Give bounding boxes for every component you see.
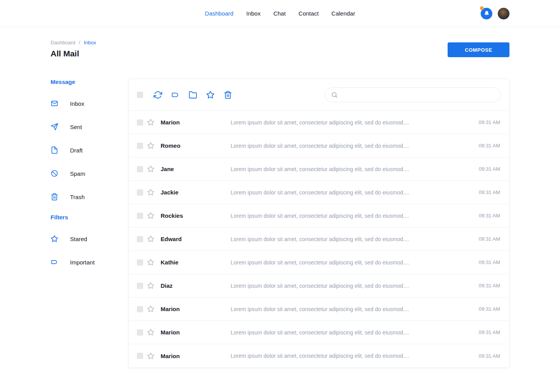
sender-name: Kathie: [161, 259, 231, 266]
sender-name: Marion: [161, 119, 231, 126]
sender-name: Marion: [161, 329, 231, 336]
nav-item-inbox[interactable]: Inbox: [246, 10, 261, 17]
sidebar-item-inbox[interactable]: Inbox: [51, 92, 128, 115]
envelope-icon: [51, 100, 58, 107]
star-icon[interactable]: [147, 282, 154, 289]
sidebar-item-label: Sent: [70, 124, 82, 130]
message-preview: Lorem ipsum dolor sit amet, consectetur …: [231, 329, 471, 336]
sender-name: Jane: [161, 166, 231, 172]
star-icon[interactable]: [147, 142, 154, 149]
trash-icon[interactable]: [224, 91, 232, 99]
mail-row[interactable]: RomeoLorem ipsum dolor sit amet, consect…: [129, 134, 509, 158]
message-time: 09:31 AM: [479, 329, 500, 335]
compose-button[interactable]: COMPOSE: [448, 42, 509, 57]
mail-row[interactable]: MarionLorem ipsum dolor sit amet, consec…: [129, 321, 509, 344]
sidebar-item-trash[interactable]: Trash: [51, 185, 128, 208]
nav-item-contact[interactable]: Contact: [299, 10, 319, 17]
row-checkbox[interactable]: [137, 119, 143, 126]
row-checkbox[interactable]: [137, 259, 143, 266]
star-icon: [51, 235, 58, 243]
row-checkbox[interactable]: [137, 353, 143, 359]
message-preview: Lorem ipsum dolor sit amet, consectetur …: [231, 119, 471, 126]
notification-badge: [480, 6, 484, 10]
star-icon[interactable]: [206, 91, 215, 99]
refresh-icon[interactable]: [154, 91, 162, 99]
nav-item-dashboard[interactable]: Dashboard: [205, 10, 233, 17]
folder-icon[interactable]: [189, 91, 197, 99]
search-input[interactable]: [341, 92, 495, 98]
mail-row[interactable]: JackieLorem ipsum dolor sit amet, consec…: [129, 181, 509, 204]
sidebar: MessageInboxSentDraftSpamTrashFiltersSta…: [51, 79, 128, 274]
message-time: 09:31 AM: [479, 166, 500, 172]
page-header: Dashboard / Inbox All Mail COMPOSE: [0, 27, 560, 58]
star-icon[interactable]: [147, 305, 154, 313]
message-preview: Lorem ipsum dolor sit amet, consectetur …: [231, 259, 471, 266]
star-icon[interactable]: [147, 352, 154, 360]
mail-row[interactable]: DiazLorem ipsum dolor sit amet, consecte…: [129, 274, 509, 298]
row-checkbox[interactable]: [137, 166, 143, 172]
mail-row[interactable]: KathieLorem ipsum dolor sit amet, consec…: [129, 251, 509, 274]
toolbar-icons: [154, 91, 232, 99]
nav-item-chat[interactable]: Chat: [273, 10, 286, 17]
sidebar-item-spam[interactable]: Spam: [51, 162, 128, 185]
send-icon: [51, 123, 58, 131]
star-icon[interactable]: [147, 212, 154, 219]
star-icon[interactable]: [147, 165, 154, 173]
star-icon[interactable]: [147, 259, 154, 266]
message-time: 09:31 AM: [479, 189, 500, 195]
sender-name: Romeo: [161, 142, 231, 149]
mail-row[interactable]: EdwardLorem ipsum dolor sit amet, consec…: [129, 228, 509, 251]
row-checkbox[interactable]: [137, 283, 143, 289]
mail-row[interactable]: RockiesLorem ipsum dolor sit amet, conse…: [129, 204, 509, 228]
page-title: All Mail: [51, 49, 96, 58]
sidebar-item-label: Inbox: [70, 100, 84, 107]
top-nav-bar: DashboardInboxChatContactCalendar: [0, 0, 560, 27]
message-time: 09:31 AM: [479, 353, 500, 359]
mail-row[interactable]: MarionLorem ipsum dolor sit amet, consec…: [129, 298, 509, 321]
breadcrumb-separator: /: [79, 40, 80, 46]
sidebar-item-important[interactable]: Important: [51, 250, 128, 274]
label-icon[interactable]: [171, 91, 180, 99]
sender-name: Marion: [161, 353, 231, 359]
sidebar-item-label: Draft: [70, 147, 83, 154]
star-icon[interactable]: [147, 119, 154, 126]
search-bar[interactable]: [325, 88, 501, 102]
breadcrumb-inbox[interactable]: Inbox: [84, 40, 96, 46]
row-checkbox[interactable]: [137, 329, 143, 336]
sender-name: Marion: [161, 306, 231, 312]
star-icon[interactable]: [147, 189, 154, 196]
message-time: 09:31 AM: [479, 283, 500, 289]
row-checkbox[interactable]: [137, 213, 143, 219]
message-preview: Lorem ipsum dolor sit amet, consectetur …: [231, 353, 471, 359]
page-header-left: Dashboard / Inbox All Mail: [51, 40, 96, 58]
row-checkbox[interactable]: [137, 143, 143, 149]
block-icon: [51, 170, 58, 177]
row-checkbox[interactable]: [137, 236, 143, 242]
user-avatar[interactable]: [498, 8, 509, 19]
sender-name: Edward: [161, 236, 231, 242]
document-icon: [51, 146, 58, 154]
star-icon[interactable]: [147, 329, 154, 336]
message-preview: Lorem ipsum dolor sit amet, consectetur …: [231, 213, 471, 219]
row-checkbox[interactable]: [137, 189, 143, 196]
nav-item-calendar[interactable]: Calendar: [331, 10, 355, 17]
row-checkbox[interactable]: [137, 306, 143, 312]
mail-row[interactable]: MarionLorem ipsum dolor sit amet, consec…: [129, 111, 509, 134]
sidebar-section-filters: FiltersStaredImportant: [51, 214, 128, 274]
select-all-checkbox[interactable]: [137, 92, 143, 98]
label-icon: [51, 258, 58, 266]
mail-row[interactable]: MarionLorem ipsum dolor sit amet, consec…: [129, 344, 509, 368]
mail-toolbar: [129, 79, 509, 111]
notifications-button[interactable]: [481, 8, 492, 19]
mail-row[interactable]: JaneLorem ipsum dolor sit amet, consecte…: [129, 158, 509, 181]
message-preview: Lorem ipsum dolor sit amet, consectetur …: [231, 189, 471, 196]
breadcrumb-dashboard[interactable]: Dashboard: [51, 40, 75, 46]
sidebar-section-message: MessageInboxSentDraftSpamTrash: [51, 79, 128, 208]
message-preview: Lorem ipsum dolor sit amet, consectetur …: [231, 166, 471, 172]
star-icon[interactable]: [147, 235, 154, 243]
sidebar-item-sent[interactable]: Sent: [51, 115, 128, 138]
sidebar-item-draft[interactable]: Draft: [51, 138, 128, 162]
bell-icon: [484, 10, 490, 16]
breadcrumb: Dashboard / Inbox: [51, 40, 96, 46]
sidebar-item-stared[interactable]: Stared: [51, 227, 128, 250]
